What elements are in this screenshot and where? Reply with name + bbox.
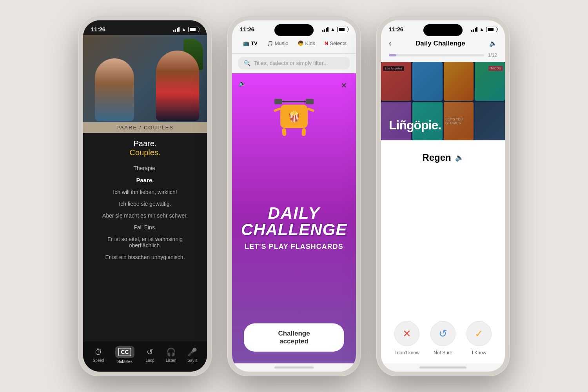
sayit-label: Say it	[187, 358, 197, 363]
challenge-daily-text: DAILY	[241, 205, 347, 221]
subtitle-0: Therapie.	[133, 165, 156, 171]
signal-icon-2	[322, 27, 329, 32]
video-player-1[interactable]: PAARE / COUPLES	[83, 35, 207, 133]
battery-3	[486, 27, 497, 32]
music-icon: 🎵	[267, 40, 273, 46]
hero-image-3: Los Angeles TACOS LET'S TELL STORIES Liñ…	[381, 62, 505, 140]
toolbar-loop[interactable]: ↺ Loop	[146, 347, 154, 363]
loop-icon: ↺	[147, 347, 153, 357]
thumb-8	[475, 102, 505, 141]
phone3-home-indicator	[381, 363, 505, 372]
selects-icon: N	[325, 40, 328, 46]
wifi-icon-2: ▲	[330, 27, 335, 32]
status-bar-1: 11:26 ▲	[83, 20, 207, 35]
title-german: Paare.	[87, 139, 203, 148]
sayit-icon: 🎤	[187, 347, 197, 357]
nav-tabs-2: 📺 TV 🎵 Music 👦 Kids N Selects	[232, 35, 356, 54]
phone-2: 11:26 ▲ 📺	[227, 16, 361, 376]
action-dont-know[interactable]: ✕ I don't know	[394, 321, 419, 356]
search-area-2: 🔍 Titles, dialects or simply filter...	[232, 54, 356, 73]
progress-bar-fill	[389, 54, 396, 56]
subtitle-3: Ich liebe sie gewaltig.	[119, 201, 171, 207]
challenge-challenge-text: CHALLENGE	[241, 221, 347, 238]
dont-know-label: I don't know	[394, 350, 419, 356]
subtitles-list: Therapie. Paare. Ich will ihn lieben, wi…	[83, 161, 207, 341]
video-label: PAARE / COUPLES	[83, 122, 207, 133]
dynamic-island-2	[274, 24, 314, 36]
progress-bar-area: 1/12	[381, 53, 505, 62]
wifi-icon-1: ▲	[181, 27, 186, 32]
lingopie-logo: Liñgöpie.	[389, 118, 441, 132]
subtitles-icon: CC	[118, 348, 131, 356]
back-button-3[interactable]: ‹	[389, 39, 392, 48]
barbell	[274, 99, 314, 104]
status-time-2: 11:26	[240, 26, 254, 33]
nav-music[interactable]: 🎵 Music	[262, 38, 293, 49]
not-sure-button[interactable]: ↺	[430, 321, 456, 346]
speed-icon: ⏱	[94, 348, 102, 357]
thumb-3: TACOS	[444, 62, 474, 101]
dynamic-island-3	[423, 24, 463, 36]
dont-know-button[interactable]: ✕	[394, 321, 419, 346]
kids-icon: 👦	[298, 40, 304, 46]
signal-icon-3	[471, 27, 478, 32]
thumb-1: Los Angeles	[381, 62, 411, 101]
challenge-accepted-button[interactable]: Challenge accepted	[244, 323, 344, 352]
toolbar-subtitles[interactable]: CC Subtitles	[115, 346, 134, 364]
popcorn-mascot: 🍿	[270, 97, 318, 136]
search-placeholder: Titles, dialects or simply filter...	[254, 60, 328, 66]
i-know-button[interactable]: ✓	[466, 321, 492, 346]
search-bar-2[interactable]: 🔍 Titles, dialects or simply filter...	[238, 57, 350, 69]
subtitle-4: Aber sie macht es mir sehr schwer.	[102, 212, 188, 219]
status-icons-3: ▲	[471, 27, 497, 32]
word-sound-icon[interactable]: 🔈	[455, 153, 464, 162]
subtitle-1: Paare.	[136, 177, 154, 183]
title-area-1: Paare. Couples.	[83, 133, 207, 161]
not-sure-label: Not Sure	[434, 350, 452, 356]
progress-count: 1/12	[488, 53, 497, 58]
tv-label: TV	[251, 40, 258, 46]
title-english: Couples.	[87, 148, 203, 157]
wifi-icon-3: ▲	[479, 27, 484, 32]
thumb-7: LET'S TELL STORIES	[444, 102, 474, 141]
modal-sound-icon[interactable]: 🔈	[238, 80, 246, 87]
status-bar-3: 11:26 ▲	[381, 20, 505, 35]
status-bar-2: 11:26 ▲	[232, 20, 356, 35]
signal-icon-1	[173, 27, 180, 32]
toolbar-listen[interactable]: 🎧 Listen	[166, 347, 176, 363]
toolbar-sayit[interactable]: 🎤 Say it	[187, 347, 197, 363]
action-not-sure[interactable]: ↺ Not Sure	[430, 321, 456, 356]
la-badge: Los Angeles	[383, 66, 404, 71]
nav-selects[interactable]: N Selects	[320, 38, 351, 49]
action-i-know[interactable]: ✓ I Know	[466, 321, 492, 356]
subtitle-5: Fall Eins.	[134, 224, 156, 230]
phone-3: 11:26 ▲ ‹ Daily Challenge	[376, 16, 510, 376]
modal-close-button[interactable]: ✕	[338, 80, 350, 91]
status-time-3: 11:26	[389, 26, 403, 33]
music-label: Music	[275, 40, 288, 46]
status-icons-2: ▲	[322, 27, 348, 32]
selects-label: Selects	[330, 40, 347, 46]
phone2-home-indicator	[232, 363, 356, 372]
popcorn-body: 🍿	[280, 105, 308, 128]
flashcard-area: Regen 🔈 ✕ I don't know ↺ Not Sure	[381, 140, 505, 363]
toolbar-speed[interactable]: ⏱ Speed	[93, 348, 104, 363]
subtitle-7: Er ist ein bisschen unhygienisch.	[105, 254, 185, 260]
listen-label: Listen	[166, 358, 176, 363]
kids-label: Kids	[305, 40, 315, 46]
home-bar-3	[419, 367, 466, 368]
header-3: ‹ Daily Challenge 🔈	[381, 35, 505, 53]
subtitles-label: Subtitles	[117, 359, 132, 364]
battery-1	[188, 27, 199, 32]
sound-button-3[interactable]: 🔈	[489, 40, 497, 47]
subtitle-6: Er ist so eitel, er ist wahnsinnig oberf…	[91, 236, 199, 249]
word-display: Regen 🔈	[422, 152, 463, 163]
word-text: Regen	[422, 152, 451, 163]
header-title-3: Daily Challenge	[416, 40, 465, 47]
listen-icon: 🎧	[166, 347, 176, 357]
status-icons-1: ▲	[173, 27, 199, 32]
nav-tv[interactable]: 📺 TV	[238, 38, 262, 49]
loop-label: Loop	[146, 358, 154, 363]
nav-kids[interactable]: 👦 Kids	[293, 38, 320, 49]
phone-1: 11:26 ▲ PAARE	[78, 16, 212, 376]
